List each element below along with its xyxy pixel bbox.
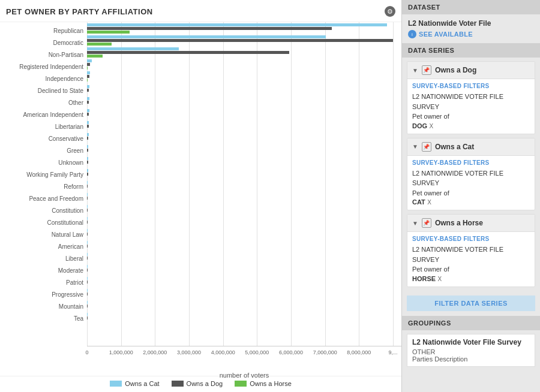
bar-group (87, 106, 89, 118)
horse-bar (87, 43, 112, 46)
legend-cat: Owns a Cat (110, 380, 159, 387)
dog-bar (87, 89, 89, 92)
series-item: ▼ 📌 Owns a Cat SURVEY-BASED FILTERS L2 N… (407, 138, 535, 211)
cat-color-swatch (110, 381, 122, 387)
cat-bar (87, 289, 88, 292)
dog-bar (87, 221, 88, 224)
cat-bar (87, 193, 88, 196)
data-series-section-header: DATA SERIES (402, 43, 540, 58)
bar-group (87, 142, 88, 154)
bar-group (87, 250, 88, 262)
dog-bar (87, 209, 88, 212)
cat-bar (87, 157, 88, 160)
bar-group (87, 226, 88, 238)
cat-bar (87, 277, 88, 280)
filter-survey-name: L2 NATIONWIDE VOTER FILE SURVEY (412, 245, 530, 264)
dog-bar (87, 113, 89, 116)
bar-group (87, 190, 88, 202)
series-pin-icon[interactable]: 📌 (422, 142, 431, 152)
bar-group (87, 214, 88, 226)
filter-pet-desc: Pet owner of (412, 188, 530, 198)
cat-bar (87, 205, 88, 208)
dog-bar (87, 269, 88, 272)
bar-row (87, 82, 401, 94)
dog-bar (87, 293, 88, 295)
y-axis-label: Constitutional (0, 216, 87, 228)
bar-group (87, 286, 88, 298)
bar-row (87, 274, 401, 286)
see-available-link[interactable]: SEE AVAILABLE (419, 31, 473, 38)
horse-legend-label: Owns a Horse (250, 380, 292, 387)
bar-group (87, 238, 88, 250)
dog-bar (87, 137, 88, 140)
filter-tag-row: CAT X (412, 198, 530, 206)
legend-horse: Owns a Horse (235, 380, 292, 387)
y-axis-label: Working Family Party (0, 168, 87, 180)
bar-row (87, 262, 401, 274)
bar-row (87, 310, 401, 322)
filter-pet-desc: Pet owner of (412, 111, 530, 122)
series-header: ▼ 📌 Owns a Cat (407, 138, 535, 156)
y-axis-label: Declined to State (0, 85, 87, 97)
info-icon: i (408, 30, 416, 38)
cat-bar (87, 217, 88, 220)
series-collapse-arrow[interactable]: ▼ (412, 143, 418, 150)
filter-tag: HORSE (412, 275, 436, 282)
filter-remove-icon[interactable]: X (437, 276, 442, 282)
bar-row (87, 94, 401, 106)
bar-group (87, 58, 92, 70)
series-header: ▼ 📌 Owns a Dog (407, 62, 535, 79)
series-body: SURVEY-BASED FILTERS L2 NATIONWIDE VOTER… (407, 232, 535, 287)
x-axis-tick-label: 1,000,000 (109, 349, 133, 355)
y-axis-label: Non-Partisan (0, 49, 87, 61)
bar-group (87, 310, 88, 322)
horse-bar (87, 31, 130, 34)
dog-bar (87, 304, 88, 307)
y-axis-label: Peace and Freedom (0, 192, 87, 204)
cat-bar (87, 71, 90, 74)
cat-bar (87, 313, 88, 316)
filter-tag-row: DOG X (412, 122, 530, 130)
y-axis-label: Patriot (0, 276, 87, 288)
survey-label: SURVEY-BASED FILTERS (412, 236, 530, 242)
bar-row (87, 250, 401, 262)
survey-label: SURVEY-BASED FILTERS (412, 83, 530, 89)
cat-bar (87, 169, 88, 172)
x-axis-tick-label: 0 (85, 349, 88, 355)
dog-bar (87, 316, 88, 319)
cat-bar (87, 229, 88, 232)
bar-row (87, 106, 401, 118)
bar-row (87, 286, 401, 298)
gear-icon[interactable]: ⚙ (385, 6, 395, 17)
series-item: ▼ 📌 Owns a Dog SURVEY-BASED FILTERS L2 N… (407, 61, 535, 134)
y-axis-label: Mountain (0, 300, 87, 312)
x-axis-tick-label: 4,000,000 (211, 349, 235, 355)
cat-bar (87, 301, 88, 304)
filter-remove-icon[interactable]: X (429, 123, 433, 129)
filter-data-series-button[interactable]: FILTER DATA SERIES (407, 295, 535, 311)
filter-remove-icon[interactable]: X (427, 199, 431, 206)
x-axis-tick-label: 8,000,000 (347, 349, 371, 355)
y-axis-label: Progressive (0, 288, 87, 300)
bar-row (87, 118, 401, 130)
bar-group (87, 118, 89, 130)
cat-bar (87, 59, 92, 62)
series-name: Owns a Cat (435, 143, 474, 151)
dog-bar (87, 197, 88, 200)
survey-label: SURVEY-BASED FILTERS (412, 159, 530, 166)
series-collapse-arrow[interactable]: ▼ (412, 67, 418, 74)
y-axis-label: Constitution (0, 204, 87, 216)
series-pin-icon[interactable]: 📌 (422, 218, 431, 228)
filter-tag: CAT (412, 198, 425, 206)
bar-group (87, 46, 289, 58)
bar-group (87, 82, 89, 94)
series-collapse-arrow[interactable]: ▼ (412, 220, 418, 227)
dog-bar (87, 245, 88, 248)
series-pin-icon[interactable]: 📌 (422, 65, 431, 75)
series-item: ▼ 📌 Owns a Horse SURVEY-BASED FILTERS L2… (407, 214, 535, 287)
cat-bar (87, 121, 89, 124)
bar-group (87, 202, 88, 214)
cat-bar (87, 181, 88, 184)
series-name: Owns a Horse (435, 219, 483, 227)
series-name: Owns a Dog (435, 66, 476, 74)
